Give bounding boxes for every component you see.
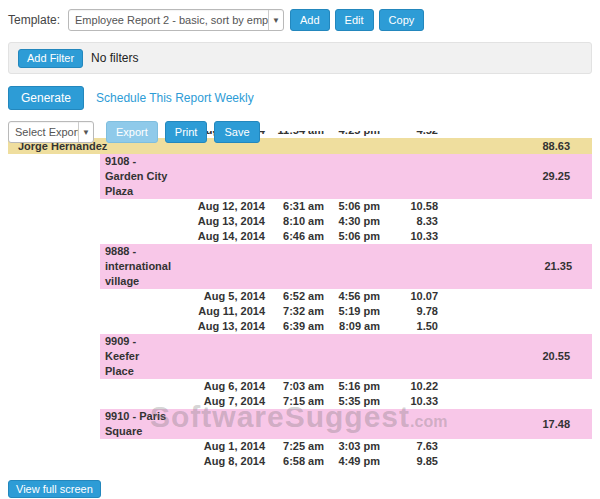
name-line: 9108 - Garden City Plaza — [105, 154, 169, 199]
report-row-entry: Aug 14, 20146:46 am5:06 pm10.33 — [8, 229, 592, 244]
job-name: 9108 - Garden City Plaza — [8, 154, 169, 199]
report-row-job: 9888 - internationalvillage21.35 — [8, 244, 592, 289]
entry-date: Aug 8, 2014 — [169, 454, 265, 467]
entry-clock-out: 5:16 pm — [327, 379, 384, 394]
entry-clock-out: 5:06 pm — [327, 199, 384, 214]
job-name: 9910 - Paris Square — [8, 409, 169, 439]
export-button[interactable]: Export — [106, 121, 158, 143]
template-label: Template: — [8, 13, 60, 27]
add-filter-button[interactable]: Add Filter — [18, 49, 83, 68]
entry-date: Aug 11, 2014 — [169, 304, 265, 319]
entry-date: Aug 1, 2014 — [169, 439, 265, 454]
entry-clock-in: 6:39 am — [265, 319, 327, 334]
entry-clock-in: 6:58 am — [265, 454, 327, 467]
entry-clock-in: 6:31 am — [265, 199, 327, 214]
report-row-entry: Aug 13, 20148:10 am4:30 pm8.33 — [8, 214, 592, 229]
entry-clock-out: 3:03 pm — [327, 439, 384, 454]
view-full-screen-button[interactable]: View full screen — [8, 480, 101, 498]
entry-hours: 1.50 — [384, 319, 442, 334]
print-button[interactable]: Print — [165, 121, 208, 143]
job-total-hours: 20.55 — [442, 349, 592, 364]
report-row-entry: Aug 6, 20147:03 am5:16 pm10.22 — [8, 379, 592, 394]
report-row-job: 9910 - Paris Square17.48 — [8, 409, 592, 439]
entry-clock-in: 6:52 am — [265, 289, 327, 304]
export-toolbar: Select Export Type ▼ Export Print Save — [8, 120, 592, 144]
add-template-button[interactable]: Add — [290, 9, 330, 31]
filter-bar: Add Filter No filters — [8, 42, 592, 74]
job-name: 9909 - Keefer Place — [8, 334, 169, 379]
entry-hours: 9.85 — [384, 454, 442, 467]
entry-hours: 10.07 — [384, 289, 442, 304]
name-line: 9910 - Paris Square — [105, 409, 169, 439]
report-row-entry: Aug 13, 20146:39 am8:09 am1.50 — [8, 319, 592, 334]
entry-date: Aug 14, 2014 — [169, 229, 265, 244]
entry-hours: 10.22 — [384, 379, 442, 394]
report-page: Template: Employee Report 2 - basic, sor… — [0, 0, 600, 499]
chevron-down-icon: ▼ — [78, 122, 93, 142]
template-select[interactable]: Employee Report 2 - basic, sort by emplo… — [68, 9, 284, 31]
report-row-entry: Aug 5, 20146:52 am4:56 pm10.07 — [8, 289, 592, 304]
entry-clock-out: 4:56 pm — [327, 289, 384, 304]
report-row-entry: Aug 8, 20146:58 am4:49 pm9.85 — [8, 454, 592, 467]
entry-hours: 10.58 — [384, 199, 442, 214]
entry-clock-out: 5:06 pm — [327, 229, 384, 244]
entry-hours: 10.33 — [384, 229, 442, 244]
entry-clock-in: 7:25 am — [265, 439, 327, 454]
job-total-hours: 29.25 — [442, 169, 592, 184]
entry-hours: 10.33 — [384, 394, 442, 409]
filter-status-text: No filters — [91, 51, 138, 65]
entry-date: Aug 12, 2014 — [169, 199, 265, 214]
name-line: village — [105, 274, 171, 289]
report-row-entry: Aug 11, 20147:32 am5:19 pm9.78 — [8, 304, 592, 319]
report-row-job: 9909 - Keefer Place20.55 — [8, 334, 592, 379]
template-toolbar: Template: Employee Report 2 - basic, sor… — [8, 8, 592, 32]
template-select-value: Employee Report 2 - basic, sort by emplo… — [69, 14, 268, 26]
job-total-hours: 17.48 — [442, 417, 592, 432]
name-line: 9888 - international — [105, 244, 171, 274]
entry-hours: 9.78 — [384, 304, 442, 319]
job-total-hours: 21.35 — [444, 259, 592, 274]
export-type-select[interactable]: Select Export Type ▼ — [8, 121, 94, 143]
entry-clock-in: 6:46 am — [265, 229, 327, 244]
report-row-job: 9108 - Garden City Plaza29.25 — [8, 154, 592, 199]
entry-clock-out: 5:19 pm — [327, 304, 384, 319]
entry-hours: 7.63 — [384, 439, 442, 454]
entry-clock-in: 8:10 am — [265, 214, 327, 229]
entry-clock-out: 5:35 pm — [327, 394, 384, 409]
entry-hours: 8.33 — [384, 214, 442, 229]
name-line: 9909 - Keefer Place — [105, 334, 169, 379]
chevron-down-icon: ▼ — [268, 10, 283, 30]
entry-date: Aug 6, 2014 — [169, 379, 265, 394]
report-row-entry: Aug 7, 20147:15 am5:35 pm10.33 — [8, 394, 592, 409]
save-button[interactable]: Save — [214, 121, 259, 143]
entry-clock-out: 4:30 pm — [327, 214, 384, 229]
entry-clock-in: 7:15 am — [265, 394, 327, 409]
entry-clock-in: 7:03 am — [265, 379, 327, 394]
entry-clock-out: 8:09 am — [327, 319, 384, 334]
report-table: Aug 14, 201411:54 am4:25 pm4.52Jorge Her… — [8, 131, 592, 467]
report-row-entry: Aug 12, 20146:31 am5:06 pm10.58 — [8, 199, 592, 214]
copy-template-button[interactable]: Copy — [379, 9, 425, 31]
export-type-select-value: Select Export Type — [9, 126, 78, 138]
footer-bar: View full screen — [8, 479, 592, 498]
entry-clock-in: 7:32 am — [265, 304, 327, 319]
entry-date: Aug 7, 2014 — [169, 394, 265, 409]
generate-button[interactable]: Generate — [8, 86, 84, 110]
job-name: 9888 - internationalvillage — [8, 244, 171, 289]
report-row-entry: Aug 1, 20147:25 am3:03 pm7.63 — [8, 439, 592, 454]
schedule-report-link[interactable]: Schedule This Report Weekly — [96, 91, 254, 105]
entry-date: Aug 13, 2014 — [169, 319, 265, 334]
generate-toolbar: Generate Schedule This Report Weekly — [8, 86, 592, 110]
entry-date: Aug 5, 2014 — [169, 289, 265, 304]
edit-template-button[interactable]: Edit — [335, 9, 374, 31]
entry-clock-out: 4:49 pm — [327, 454, 384, 467]
entry-date: Aug 13, 2014 — [169, 214, 265, 229]
